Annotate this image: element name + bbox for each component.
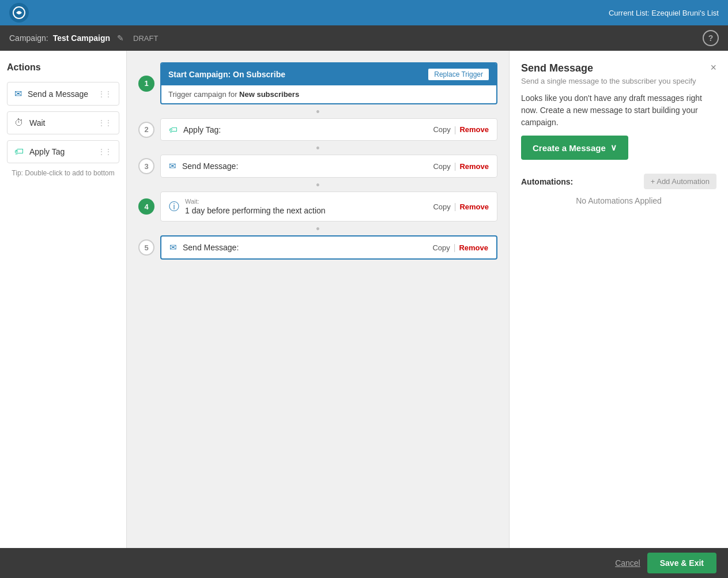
apply-tag-label: Apply Tag <box>29 147 65 156</box>
sidebar: Actions ✉ Send a Message ⋮⋮ ⏱ Wait ⋮⋮ 🏷 … <box>0 51 127 548</box>
step-number-5: 5 <box>138 239 154 256</box>
chevron-down-icon: ∨ <box>610 142 617 153</box>
campaign-name: Test Campaign <box>53 33 110 43</box>
clock-icon: ⏱ <box>14 118 24 128</box>
save-exit-button[interactable]: Save & Exit <box>647 553 716 573</box>
sidebar-title: Actions <box>7 62 119 73</box>
no-automations-text: No Automations Applied <box>521 196 716 205</box>
automations-header: Automations: + Add Automation <box>521 174 716 189</box>
automations-section: Automations: + Add Automation No Automat… <box>521 174 716 205</box>
mail-icon: ✉ <box>14 88 22 99</box>
sidebar-item-send-message[interactable]: ✉ Send a Message ⋮⋮ <box>7 82 119 106</box>
apply-tag-block[interactable]: 🏷 Apply Tag: Copy | Remove <box>160 118 497 141</box>
bottom-bar: Cancel Save & Exit <box>0 548 728 578</box>
connector-2-3: • <box>138 143 497 153</box>
top-nav: Current List: Ezequiel Bruni's List <box>0 0 728 25</box>
step-row-4: 4 ⓘ Wait: 1 day before performing the ne… <box>138 192 497 222</box>
remove-step-5[interactable]: Remove <box>459 243 488 252</box>
connector-3-4: • <box>138 180 497 190</box>
edit-campaign-icon[interactable]: ✎ <box>117 33 124 43</box>
start-campaign-block[interactable]: Start Campaign: On Subscribe Replace Tri… <box>160 62 497 104</box>
step-row-1: 1 Start Campaign: On Subscribe Replace T… <box>138 62 497 104</box>
trigger-text: Trigger campaign for <box>168 90 239 99</box>
sidebar-item-wait[interactable]: ⏱ Wait ⋮⋮ <box>7 111 119 134</box>
help-button[interactable]: ? <box>703 30 719 46</box>
start-campaign-body: Trigger campaign for New subscribers <box>161 85 496 103</box>
apply-tag-step-label: Apply Tag: <box>183 125 221 134</box>
sub-nav: Campaign: Test Campaign ✎ DRAFT ? <box>0 25 728 51</box>
step-row-3: 3 ✉ Send Message: Copy | Remove <box>138 155 497 178</box>
right-panel: Send Message Send a single message to th… <box>509 51 728 548</box>
wait-content: Wait: 1 day before performing the next a… <box>185 198 326 215</box>
sidebar-tip: Tip: Double-click to add to bottom <box>7 169 119 177</box>
copy-step-3[interactable]: Copy <box>433 162 450 171</box>
canvas: 1 Start Campaign: On Subscribe Replace T… <box>127 51 509 548</box>
campaign-label: Campaign: <box>9 33 48 43</box>
send-message-block-3[interactable]: ✉ Send Message: Copy | Remove <box>160 155 497 178</box>
send-message-step-label-5: Send Message: <box>183 243 239 252</box>
tag-icon: 🏷 <box>169 125 178 134</box>
remove-step-3[interactable]: Remove <box>459 162 489 171</box>
copy-step-5[interactable]: Copy <box>432 243 450 252</box>
clock-icon: ⓘ <box>169 200 179 213</box>
draft-badge: DRAFT <box>133 34 158 43</box>
wait-block[interactable]: ⓘ Wait: 1 day before performing the next… <box>160 192 497 222</box>
subscriber-text: New subscribers <box>239 90 299 99</box>
step-number-2: 2 <box>138 122 154 138</box>
create-message-button[interactable]: Create a Message ∨ <box>521 136 628 160</box>
send-message-block-5[interactable]: ✉ Send Message: Copy | Remove <box>160 235 497 260</box>
mail-icon: ✉ <box>169 161 176 171</box>
right-panel-description: Looks like you don't have any draft mess… <box>521 92 716 129</box>
right-panel-subtitle: Send a single message to the subscriber … <box>521 77 696 85</box>
drag-handle[interactable]: ⋮⋮ <box>98 148 112 156</box>
mail-icon-5: ✉ <box>169 242 177 253</box>
drag-handle[interactable]: ⋮⋮ <box>98 90 112 98</box>
close-panel-button[interactable]: × <box>710 62 716 73</box>
step-number-1: 1 <box>138 76 154 92</box>
current-list-label: Current List: Ezequiel Bruni's List <box>609 9 719 17</box>
sidebar-item-apply-tag[interactable]: 🏷 Apply Tag ⋮⋮ <box>7 140 119 163</box>
logo-icon[interactable] <box>9 3 29 22</box>
right-panel-title: Send Message <box>521 62 696 74</box>
step-number-3: 3 <box>138 158 154 174</box>
cancel-button[interactable]: Cancel <box>615 558 640 568</box>
wait-duration-label: 1 day before performing the next action <box>185 206 326 215</box>
remove-step-4[interactable]: Remove <box>459 202 489 211</box>
automations-label: Automations: <box>521 177 573 186</box>
step-row-5: 5 ✉ Send Message: Copy | Remove <box>138 235 497 260</box>
remove-step-2[interactable]: Remove <box>459 125 489 134</box>
copy-step-2[interactable]: Copy <box>433 125 450 134</box>
add-automation-button[interactable]: + Add Automation <box>644 174 716 189</box>
drag-handle[interactable]: ⋮⋮ <box>98 119 112 127</box>
create-message-label: Create a Message <box>533 143 606 153</box>
step-number-4: 4 <box>138 198 154 215</box>
send-message-label: Send a Message <box>28 89 88 99</box>
replace-trigger-button[interactable]: Replace Trigger <box>428 68 489 81</box>
main-layout: Actions ✉ Send a Message ⋮⋮ ⏱ Wait ⋮⋮ 🏷 … <box>0 51 728 548</box>
right-panel-header: Send Message Send a single message to th… <box>521 62 716 85</box>
wait-sublabel: Wait: <box>185 198 326 205</box>
wait-label: Wait <box>29 118 45 127</box>
copy-step-4[interactable]: Copy <box>433 202 450 211</box>
send-message-step-label-3: Send Message: <box>182 162 238 171</box>
tag-icon: 🏷 <box>14 147 24 157</box>
start-campaign-title: Start Campaign: On Subscribe <box>168 70 285 79</box>
connector-4-5: • <box>138 224 497 234</box>
connector-1-2: • <box>138 107 497 117</box>
step-row-2: 2 🏷 Apply Tag: Copy | Remove <box>138 118 497 141</box>
